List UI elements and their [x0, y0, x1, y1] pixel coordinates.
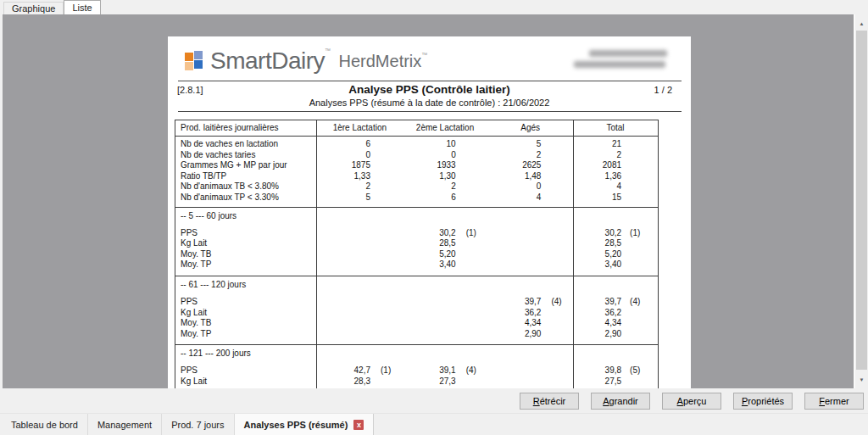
cell-value	[317, 308, 370, 319]
cell-value: 39,7	[487, 297, 541, 308]
document-tab-bar: Tableau de bord Management Prod. 7 jours…	[0, 413, 868, 435]
brand-name: SmartDairy™	[210, 47, 331, 75]
row-label: Moy. TB	[175, 249, 317, 260]
report-subtitle: Analyses PPS (résumé à la date de contrô…	[168, 98, 691, 108]
cell-value: 39,7	[573, 297, 621, 308]
row-label: PPS	[175, 228, 317, 239]
cell	[317, 228, 403, 239]
cell-count: (5)	[621, 365, 640, 376]
cell-value: 39,1	[403, 365, 456, 376]
cell	[317, 297, 403, 308]
cell-value: 30,2	[403, 228, 456, 239]
cell-value: 1,36	[573, 171, 621, 182]
button-strip: Rétrécir Agrandir Aperçu Propriétés Ferm…	[0, 388, 868, 413]
cell	[403, 297, 488, 308]
cell: 6	[317, 139, 403, 150]
scroll-up-icon[interactable]: ▲	[855, 17, 868, 30]
cell-count	[541, 365, 551, 376]
cell-value: 2081	[573, 160, 621, 171]
table-row: PPS 42,7(1) 39,1(4) 39,8(5)	[175, 365, 658, 376]
cell-value: 1,48	[487, 171, 541, 182]
section-title-row: -- 5 --- 60 jours	[175, 211, 658, 222]
cell: 36,2	[573, 308, 658, 319]
cell-value	[487, 249, 541, 260]
cell: 4	[487, 192, 573, 204]
cell-value: 2,90	[573, 329, 621, 340]
cell: 5,20	[403, 249, 488, 260]
cell: 2	[487, 150, 573, 161]
vertical-scrollbar[interactable]: ▲ ▼	[854, 14, 868, 388]
row-label: Nb d'animaux TB < 3.80%	[175, 181, 317, 192]
retrecir-button[interactable]: Rétrécir	[520, 393, 579, 410]
cell-value	[487, 376, 541, 388]
summary-block: Nb de vaches en lactation 6 10 5 21 Nb d…	[175, 137, 658, 208]
view-tab-strip: Graphique Liste	[0, 0, 868, 14]
cell-value: 10	[403, 139, 456, 150]
cell-value: 36,2	[487, 308, 541, 319]
pps-analysis-table: Prod. laitières journalières 1ère Lactat…	[175, 120, 659, 388]
close-tab-icon[interactable]: x	[353, 420, 364, 430]
table-row: Kg Lait 36,2 36,2	[175, 308, 658, 319]
cell: 1875	[317, 160, 403, 171]
tab-management[interactable]: Management	[88, 414, 162, 435]
section-title: -- 61 --- 120 jours	[175, 280, 317, 291]
cell: 2,90	[573, 329, 658, 340]
cell-value: 36,2	[573, 308, 621, 319]
cell-value	[317, 228, 370, 239]
row-label: Nb de vaches taries	[175, 150, 317, 161]
cell	[487, 238, 573, 249]
cell-value	[317, 318, 370, 329]
fermer-button[interactable]: Fermer	[804, 393, 864, 410]
tab-label: Analyses PPS (résumé)	[244, 420, 348, 430]
agrandir-button[interactable]: Agrandir	[591, 393, 650, 410]
cell-value	[403, 318, 456, 329]
cell: 10	[403, 139, 488, 150]
section-5-60-jours: -- 5 --- 60 jours PPS 30,2(1) 30,2(1) Kg…	[175, 208, 658, 276]
cell	[317, 308, 403, 319]
row-label: Nb d'animaux TP < 3.30%	[175, 192, 317, 204]
cell	[487, 249, 573, 260]
cell-value: 2	[403, 181, 456, 192]
section-title-row: -- 121 --- 200 jours	[175, 349, 658, 360]
tab-analyses-pps-resume[interactable]: Analyses PPS (résumé) x	[235, 414, 375, 435]
cell: 2081	[573, 160, 658, 171]
header-divider	[178, 81, 682, 81]
table-row: Nb d'animaux TB < 3.80% 2 2 0 4	[175, 181, 658, 192]
cell-value	[403, 308, 456, 319]
cell: 0	[317, 150, 403, 161]
row-label: Ratio TB/TP	[175, 171, 317, 182]
cell: 5	[487, 139, 573, 150]
cell: 2625	[487, 160, 573, 171]
smartdairy-logo-icon	[185, 52, 204, 71]
tab-liste[interactable]: Liste	[64, 0, 100, 14]
table-row: Ratio TB/TP 1,33 1,30 1,48 1,36	[175, 171, 658, 182]
cell-value	[487, 365, 541, 376]
table-row: Nb d'animaux TP < 3.30% 5 6 4 15	[175, 192, 658, 204]
section-title: -- 121 --- 200 jours	[175, 349, 317, 360]
cell-value	[487, 259, 541, 270]
table-row: PPS 39,7(4) 39,7(4)	[175, 297, 658, 308]
cell: 3,40	[573, 259, 658, 270]
preview-left-edge	[0, 14, 3, 388]
cell: 30,2(1)	[573, 228, 658, 239]
cell: 15	[573, 192, 658, 204]
cell: 30,2(1)	[403, 228, 488, 239]
cell-value: 0	[403, 150, 456, 161]
row-label: Nb de vaches en lactation	[175, 139, 317, 150]
cell-value: 5	[487, 139, 541, 150]
tab-graphique[interactable]: Graphique	[3, 2, 64, 14]
tab-tableau-de-bord[interactable]: Tableau de bord	[2, 414, 88, 435]
cell: 28,5	[403, 238, 488, 249]
cell: 2	[403, 181, 488, 192]
cell-value	[317, 329, 370, 340]
cell-value: 2	[573, 150, 621, 161]
proprietes-button[interactable]: Propriétés	[733, 393, 793, 410]
scroll-down-icon[interactable]: ▼	[855, 373, 868, 386]
title-divider	[178, 111, 682, 112]
row-label: Kg Lait	[175, 308, 317, 319]
cell-value: 2	[317, 181, 370, 192]
tab-prod-7-jours[interactable]: Prod. 7 jours	[162, 414, 234, 435]
apercu-button[interactable]: Aperçu	[662, 393, 721, 410]
cell: 5,20	[573, 249, 658, 260]
scrollbar-thumb[interactable]	[856, 31, 867, 370]
